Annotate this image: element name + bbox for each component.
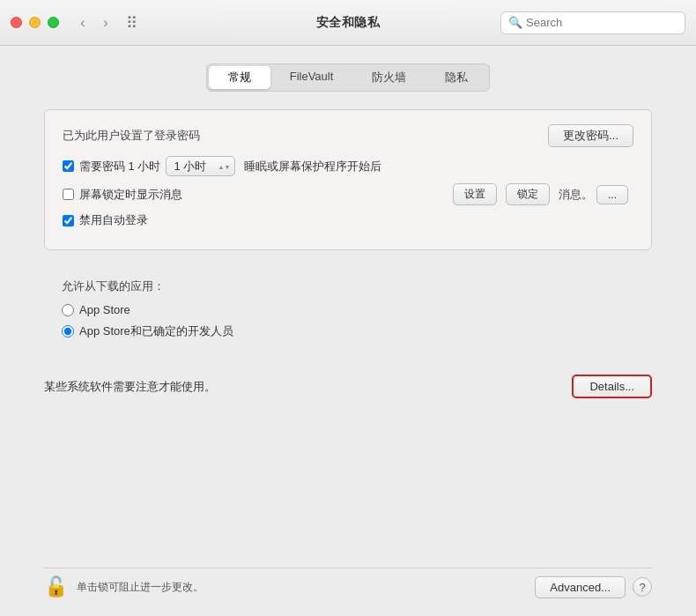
details-button[interactable]: Details... [572,375,652,398]
password-time-dropdown[interactable]: 1 小时 立即 5 分钟 15 分钟 [166,156,235,176]
traffic-lights [11,17,59,28]
minimize-button[interactable] [29,17,41,28]
require-password-label: 需要密码 1 小时 [79,159,160,174]
tab-privacy[interactable]: 隐私 [426,66,487,89]
password-time-dropdown-wrapper[interactable]: 1 小时 立即 5 分钟 15 分钟 [164,156,235,176]
require-password-checkbox[interactable] [63,160,74,172]
radio-appstore[interactable] [62,304,74,316]
radio-appstore-dev-row: App Store和已确定的开发人员 [62,323,634,339]
screen-lock-row: 屏幕锁定时显示消息 设置 锁定 消息。 ... [63,183,633,205]
back-button[interactable]: ‹ [73,13,93,33]
message-dots-button[interactable]: ... [596,185,628,204]
change-password-button[interactable]: 更改密码... [548,124,633,147]
screen-lock-label: 屏幕锁定时显示消息 [79,187,182,203]
main-content: 常规 FileVault 防火墙 隐私 已为此用户设置了登录密码 更改密码...… [0,46,696,616]
radio-appstore-row: App Store [62,303,634,316]
tab-filevault[interactable]: FileVault [270,66,353,89]
disable-autologin-label: 禁用自动登录 [79,212,148,228]
radio-appstore-dev-label: App Store和已确定的开发人员 [79,323,233,339]
nav-buttons: ‹ › [73,13,115,33]
search-input[interactable] [526,16,677,29]
titlebar: ‹ › ⠿ 安全和隐私 🔍 [0,0,696,46]
radio-appstore-dev[interactable] [62,325,74,338]
password-set-label: 已为此用户设置了登录密码 [63,128,200,144]
search-box[interactable]: 🔍 [500,11,685,34]
disable-autologin-row: 禁用自动登录 [63,212,633,228]
advanced-button[interactable]: Advanced... [535,576,626,598]
message-label: 消息。 [559,187,593,203]
password-section: 已为此用户设置了登录密码 更改密码... 需要密码 1 小时 1 小时 立即 5… [44,109,652,250]
app-grid-icon[interactable]: ⠿ [126,13,137,33]
set-lock-button[interactable]: 设置 [453,183,497,205]
disable-autologin-checkbox[interactable] [63,215,74,226]
tab-bar-wrapper: 常规 FileVault 防火墙 隐私 [44,63,652,92]
radio-appstore-label: App Store [79,303,130,316]
tab-general[interactable]: 常规 [209,66,270,89]
tab-firewall[interactable]: 防火墙 [352,66,426,89]
window-title: 安全和隐私 [316,15,381,31]
bottom-bar: 🔓 单击锁可阻止进一步更改。 Advanced... ? [44,568,652,598]
lock-text: 单击锁可阻止进一步更改。 [77,580,535,595]
forward-button[interactable]: › [96,13,115,33]
sleep-label: 睡眠或屏幕保护程序开始后 [244,159,381,174]
notice-row: 某些系统软件需要注意才能使用。 Details... [44,375,652,398]
tab-bar: 常规 FileVault 防火墙 隐私 [206,63,491,92]
allow-downloads-label: 允许从下载的应用： [62,278,634,294]
screen-lock-checkbox[interactable] [63,189,74,200]
lock-button[interactable]: 锁定 [506,183,550,205]
close-button[interactable] [11,17,22,28]
maximize-button[interactable] [48,17,59,28]
lock-icon[interactable]: 🔓 [44,575,68,598]
password-row: 已为此用户设置了登录密码 更改密码... [63,124,633,147]
search-icon: 🔍 [508,16,522,29]
allow-downloads-section: 允许从下载的应用： App Store App Store和已确定的开发人员 [44,264,652,360]
notice-text: 某些系统软件需要注意才能使用。 [44,379,554,395]
require-password-row: 需要密码 1 小时 1 小时 立即 5 分钟 15 分钟 睡眠或屏幕保护程序开始… [63,156,633,176]
help-button[interactable]: ? [633,577,652,597]
